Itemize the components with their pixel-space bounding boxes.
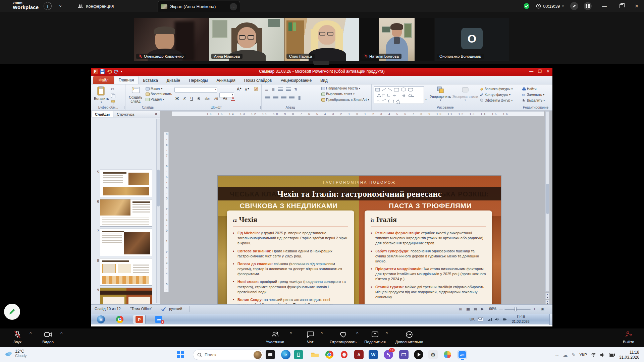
tab-view[interactable]: Вид: [316, 77, 332, 84]
view-slideshow-icon[interactable]: ▶: [481, 307, 484, 311]
increase-indent-icon[interactable]: [286, 87, 291, 92]
show-desktop-button[interactable]: [549, 314, 552, 325]
tab-animations[interactable]: Анимация: [212, 77, 239, 84]
line-spacing-icon[interactable]: ⇅: [294, 87, 297, 92]
tab-more-button[interactable]: ⋯: [230, 3, 237, 10]
shape-effects-button[interactable]: Эффекты фигур▾: [480, 98, 513, 102]
quick-styles-button[interactable]: Экспресс-стили ▾: [452, 86, 478, 102]
tray-expand-icon[interactable]: ︿: [555, 352, 559, 357]
slide-thumbnail-8[interactable]: [100, 258, 152, 286]
numbering-icon[interactable]: ≣: [272, 87, 275, 92]
reset-button[interactable]: Восстановить: [146, 92, 172, 96]
onedrive-cloud-icon[interactable]: ☁: [563, 352, 568, 358]
react-chevron-icon[interactable]: ^: [356, 331, 358, 335]
zoom-in-icon[interactable]: +: [533, 307, 536, 311]
slide-thumbnail-5[interactable]: [100, 170, 152, 197]
zoom-slider-thumb[interactable]: [515, 307, 517, 311]
power-plug-icon[interactable]: [502, 317, 507, 321]
spellcheck-icon[interactable]: [161, 307, 166, 311]
minimize-button[interactable]: —: [598, 0, 611, 12]
paste-button[interactable]: Вставить ▾: [94, 86, 109, 104]
zoom-percent[interactable]: 66%: [489, 307, 496, 311]
shapes-gallery[interactable]: [374, 86, 424, 104]
volume-icon[interactable]: [495, 317, 499, 321]
chevron-down-icon[interactable]: ˅: [56, 2, 64, 10]
taskbar-search[interactable]: [193, 350, 263, 360]
italic-button[interactable]: К: [182, 97, 186, 101]
panel-scrollbar-thumb[interactable]: [157, 170, 160, 206]
chat-button[interactable]: Чат: [302, 330, 319, 344]
tab-file[interactable]: Файл: [93, 76, 114, 84]
columns-icon[interactable]: [297, 96, 301, 100]
shape-fill-button[interactable]: Заливка фигуры▾: [480, 87, 513, 91]
app-acrobat[interactable]: A: [354, 350, 364, 359]
bullets-icon[interactable]: ☰: [265, 87, 268, 92]
apps-grid-button[interactable]: [584, 2, 592, 10]
audio-button[interactable]: Звук: [8, 330, 27, 344]
status-language[interactable]: русский: [169, 307, 182, 311]
app-teal[interactable]: [294, 350, 303, 359]
video-chevron-icon[interactable]: ^: [60, 331, 62, 335]
pen-icon[interactable]: ✎: [572, 352, 575, 357]
grow-font-icon[interactable]: A▲: [237, 87, 242, 92]
app-word[interactable]: W: [369, 350, 378, 359]
participant-tile-onopriienko[interactable]: O Онопрієнко Володимир: [435, 18, 509, 61]
app-media-player[interactable]: [414, 350, 423, 359]
tab-screen-share[interactable]: Экран (Анна Новікова) ⋯: [158, 1, 240, 12]
justify-icon[interactable]: [289, 96, 294, 100]
section-button[interactable]: Раздел▾: [146, 98, 172, 101]
previous-slide-button[interactable]: ▲▲: [545, 293, 549, 299]
new-slide-button[interactable]: Создать слайд: [127, 86, 144, 103]
strip-collapse-handle[interactable]: [313, 61, 329, 65]
scrollbar-thumb[interactable]: [546, 184, 549, 214]
app-chrome[interactable]: [325, 350, 334, 359]
next-slide-button[interactable]: ▼▼: [545, 300, 549, 304]
start-button[interactable]: [176, 350, 185, 359]
find-button[interactable]: Найти: [522, 87, 545, 91]
app-settings[interactable]: ⚙: [428, 350, 438, 359]
shape-outline-button[interactable]: Контур фигуры▾: [480, 93, 513, 97]
app-viber[interactable]: 14: [384, 350, 393, 359]
slide-thumbnail-7[interactable]: [100, 229, 152, 256]
app-explorer[interactable]: [310, 350, 320, 359]
strikethrough-button[interactable]: S: [197, 97, 201, 101]
cut-icon[interactable]: ✂: [111, 86, 115, 92]
dialog-launcher-icon[interactable]: [315, 106, 318, 109]
react-button[interactable]: Отреагировать: [328, 330, 358, 344]
chat-chevron-icon[interactable]: ^: [321, 331, 323, 335]
align-left-icon[interactable]: [265, 96, 270, 100]
app-edge[interactable]: e: [281, 350, 290, 359]
replace-button[interactable]: abЗаменить▾: [522, 93, 545, 97]
app-opera[interactable]: [339, 350, 349, 359]
slide-thumbnail-9[interactable]: [100, 288, 152, 304]
tab-slideshow[interactable]: Показ слайдов: [240, 77, 276, 84]
app-photos[interactable]: [266, 350, 275, 359]
app-browser2[interactable]: [443, 350, 452, 359]
fit-to-window-icon[interactable]: ▣: [541, 307, 544, 311]
copy-icon[interactable]: [111, 94, 115, 98]
wifi-icon[interactable]: [591, 353, 596, 357]
restore-button[interactable]: [614, 0, 628, 12]
convert-smartart-button[interactable]: Преобразовать в SmartArt▾: [321, 98, 369, 102]
font-name-combobox[interactable]: [174, 87, 217, 93]
app-display[interactable]: [399, 350, 409, 359]
char-spacing-button[interactable]: АВ: [213, 97, 219, 100]
layout-button[interactable]: Макет▾: [146, 87, 172, 90]
participant-tile-anna[interactable]: Анна Новікова: [209, 18, 284, 61]
share-chevron-icon[interactable]: ^: [386, 331, 388, 335]
meeting-timer[interactable]: 00:19:39 ˅: [536, 0, 564, 12]
share-button[interactable]: Поделиться: [362, 330, 388, 344]
align-center-icon[interactable]: [273, 96, 278, 100]
participant-tile-nataliia[interactable]: Наталія Болгова: [360, 18, 434, 61]
panel-tab-outline[interactable]: Структура: [113, 111, 138, 117]
view-sorter-icon[interactable]: ▦: [466, 307, 470, 311]
decrease-indent-icon[interactable]: [278, 87, 283, 92]
taskbar-powerpoint-active[interactable]: P: [133, 315, 146, 324]
align-right-icon[interactable]: [281, 96, 286, 100]
view-normal-icon[interactable]: ⊞: [459, 307, 462, 311]
clear-formatting-icon[interactable]: [254, 86, 259, 92]
arrange-button[interactable]: Упорядочить ▾: [429, 86, 451, 102]
close-button[interactable]: ✕: [630, 0, 643, 12]
win7-language[interactable]: UK: [470, 317, 475, 321]
tray-language[interactable]: УКР: [579, 353, 587, 357]
